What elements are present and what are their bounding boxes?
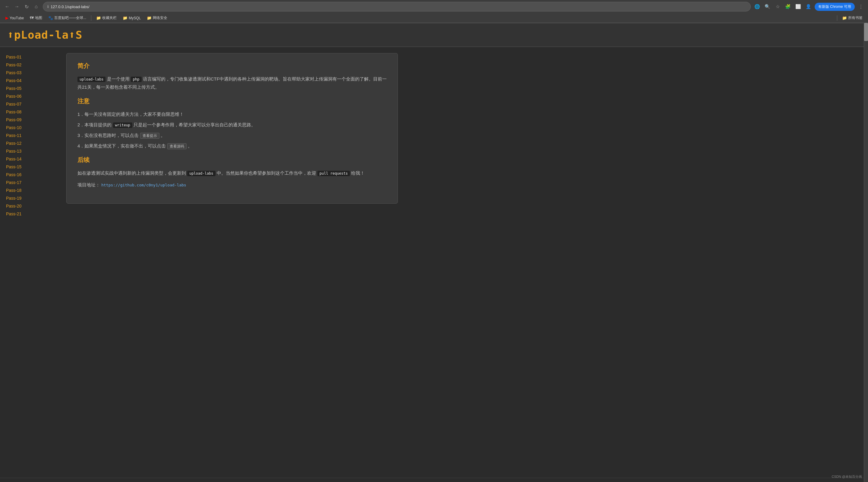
followup-heading: 后续	[78, 156, 387, 164]
back-button[interactable]: ←	[3, 2, 11, 11]
bookmark-star-button[interactable]: ☆	[774, 2, 782, 11]
sidebar-item-pass13[interactable]: Pass-13	[0, 147, 60, 155]
view-source-link[interactable]: 查看源码	[167, 143, 187, 149]
nav-buttons: ← → ↻ ⌂	[3, 2, 40, 11]
sidebar: Pass-01 Pass-02 Pass-03 Pass-04 Pass-05 …	[0, 47, 60, 478]
url-text: 127.0.0.1/upload-labs/	[51, 4, 746, 9]
browser-toolbar: ← → ↻ ⌂ ℹ 127.0.0.1/upload-labs/ 🌐 🔍 ☆ 🧩…	[0, 0, 868, 13]
sidebar-item-pass06[interactable]: Pass-06	[0, 92, 60, 100]
bookmark-map[interactable]: 🗺 地图	[27, 15, 44, 21]
notice-item-4: 4．如果黑盒情况下，实在做不出，可以点击 查看源码 。	[78, 142, 387, 150]
pull-requests-badge: pull requests	[317, 171, 350, 176]
bookmarks-bar: ▶ YouTube 🗺 地图 🐾 百度贴吧——全球... 📁 收藏夹栏 📁 My…	[0, 13, 868, 23]
php-badge: php	[131, 77, 142, 82]
all-bookmarks-icon: 📁	[842, 16, 847, 20]
writeup-badge: writeup	[113, 122, 133, 128]
bookmark-favorites-label: 收藏夹栏	[102, 16, 117, 21]
followup-text: 如在渗透测试实战中遇到新的上传漏洞类型，会更新到 upload-labs 中。当…	[78, 169, 387, 189]
sidebar-item-pass16[interactable]: Pass-16	[0, 171, 60, 178]
site-logo: ⬆pLoad-la⬆S	[7, 29, 861, 41]
sidebar-item-pass12[interactable]: Pass-12	[0, 139, 60, 147]
profile-button[interactable]: 👤	[804, 2, 813, 11]
bookmark-separator	[91, 16, 91, 21]
home-button[interactable]: ⌂	[32, 2, 40, 11]
sidebar-item-pass20[interactable]: Pass-20	[0, 202, 60, 210]
sidebar-item-pass18[interactable]: Pass-18	[0, 187, 60, 194]
sidebar-item-pass08[interactable]: Pass-08	[0, 108, 60, 116]
toolbar-icons: 🌐 🔍 ☆ 🧩 ⬜ 👤 有新版 Chrome 可用 ⋮	[753, 2, 865, 11]
view-hint-link[interactable]: 查看提示	[140, 133, 159, 139]
search-button[interactable]: 🔍	[764, 2, 772, 11]
main-layout: Pass-01 Pass-02 Pass-03 Pass-04 Pass-05 …	[0, 47, 868, 478]
browser-chrome: ← → ↻ ⌂ ℹ 127.0.0.1/upload-labs/ 🌐 🔍 ☆ 🧩…	[0, 0, 868, 23]
notice-text: 1．每一关没有固定的通关方法，大家不要自限思维！ 2．本项目提供的 writeu…	[78, 110, 387, 150]
watermark: CSDN @未知百分画	[832, 475, 862, 479]
project-label: 项目地址：	[78, 182, 100, 187]
bookmark-mysql-label: MySQL	[129, 16, 141, 20]
forward-button[interactable]: →	[13, 2, 21, 11]
bookmark-all[interactable]: 📁 所有书签	[840, 15, 865, 21]
refresh-button[interactable]: ↻	[22, 2, 31, 11]
notice-heading: 注意	[78, 97, 387, 105]
notice-item-3: 3．实在没有思路时，可以点击 查看提示 。	[78, 131, 387, 139]
map-icon: 🗺	[30, 16, 34, 20]
bookmark-separator-right	[837, 16, 837, 21]
sidebar-item-pass19[interactable]: Pass-19	[0, 194, 60, 202]
bookmark-security-label: 网络安全	[153, 16, 167, 21]
bookmark-youtube-label: YouTube	[10, 16, 24, 20]
upload-labs-badge-1: upload-labs	[78, 77, 105, 82]
bookmark-youtube[interactable]: ▶ YouTube	[3, 15, 26, 21]
upload-labs-badge-2: upload-labs	[187, 171, 215, 176]
sidebar-item-pass05[interactable]: Pass-05	[0, 84, 60, 92]
project-address: 项目地址： https://github.com/c0ny1/upload-la…	[78, 181, 387, 189]
scrollbar[interactable]	[864, 23, 868, 482]
sidebar-item-pass11[interactable]: Pass-11	[0, 132, 60, 139]
sidebar-item-pass01[interactable]: Pass-01	[0, 53, 60, 61]
sidebar-item-pass17[interactable]: Pass-17	[0, 178, 60, 187]
sidebar-item-pass04[interactable]: Pass-04	[0, 77, 60, 84]
split-button[interactable]: ⬜	[794, 2, 803, 11]
address-bar[interactable]: ℹ 127.0.0.1/upload-labs/	[43, 2, 751, 11]
new-chrome-button[interactable]: 有新版 Chrome 可用	[815, 3, 855, 11]
bookmark-security[interactable]: 📁 网络安全	[144, 15, 170, 21]
scrollbar-thumb[interactable]	[864, 23, 868, 41]
intro-heading: 简介	[78, 62, 387, 70]
intro-text: upload-labs 是一个使用 php 语言编写的，专门收集渗透测试和CTF…	[78, 75, 387, 91]
lock-icon: ℹ	[47, 4, 49, 9]
mysql-folder-icon: 📁	[123, 16, 127, 20]
translate-button[interactable]: 🌐	[753, 2, 762, 11]
content-area: 简介 upload-labs 是一个使用 php 语言编写的，专门收集渗透测试和…	[60, 47, 868, 478]
watermark-text: CSDN @未知百分画	[832, 475, 862, 478]
bookmark-favorites[interactable]: 📁 收藏夹栏	[94, 15, 119, 21]
page-header: ⬆pLoad-la⬆S	[0, 23, 868, 47]
sidebar-item-pass14[interactable]: Pass-14	[0, 155, 60, 163]
sidebar-item-pass21[interactable]: Pass-21	[0, 210, 60, 218]
security-folder-icon: 📁	[147, 16, 152, 20]
bookmark-baidu-label: 百度贴吧——全球...	[54, 16, 86, 21]
baidu-icon: 🐾	[48, 16, 53, 20]
bookmark-all-label: 所有书签	[848, 16, 863, 21]
folder-icon: 📁	[96, 16, 101, 20]
bookmark-baidu[interactable]: 🐾 百度贴吧——全球...	[46, 15, 89, 21]
youtube-icon: ▶	[5, 16, 8, 20]
sidebar-item-pass02[interactable]: Pass-02	[0, 61, 60, 69]
bookmarks-right: 📁 所有书签	[836, 15, 865, 21]
bookmark-mysql[interactable]: 📁 MySQL	[120, 15, 143, 21]
page-footer: Copyright @ 2018 ~ 2024 by c0ny1	[0, 478, 868, 482]
notice-item-1: 1．每一关没有固定的通关方法，大家不要自限思维！	[78, 110, 387, 118]
sidebar-item-pass15[interactable]: Pass-15	[0, 163, 60, 171]
notice-item-2: 2．本项目提供的 writeup 只是起一个参考作用，希望大家可以分享出自己的通…	[78, 121, 387, 129]
sidebar-item-pass10[interactable]: Pass-10	[0, 124, 60, 132]
more-button[interactable]: ⋮	[857, 2, 865, 11]
extensions-button[interactable]: 🧩	[784, 2, 792, 11]
sidebar-item-pass07[interactable]: Pass-07	[0, 100, 60, 108]
bookmark-map-label: 地图	[35, 16, 42, 21]
followup-para-1: 如在渗透测试实战中遇到新的上传漏洞类型，会更新到 upload-labs 中。当…	[78, 169, 387, 177]
sidebar-item-pass03[interactable]: Pass-03	[0, 69, 60, 77]
sidebar-item-pass09[interactable]: Pass-09	[0, 116, 60, 124]
intro-mid-text: 是一个使用	[107, 76, 131, 81]
content-card: 简介 upload-labs 是一个使用 php 语言编写的，专门收集渗透测试和…	[66, 53, 398, 204]
github-link[interactable]: https://github.com/c0ny1/upload-labs	[101, 183, 186, 187]
